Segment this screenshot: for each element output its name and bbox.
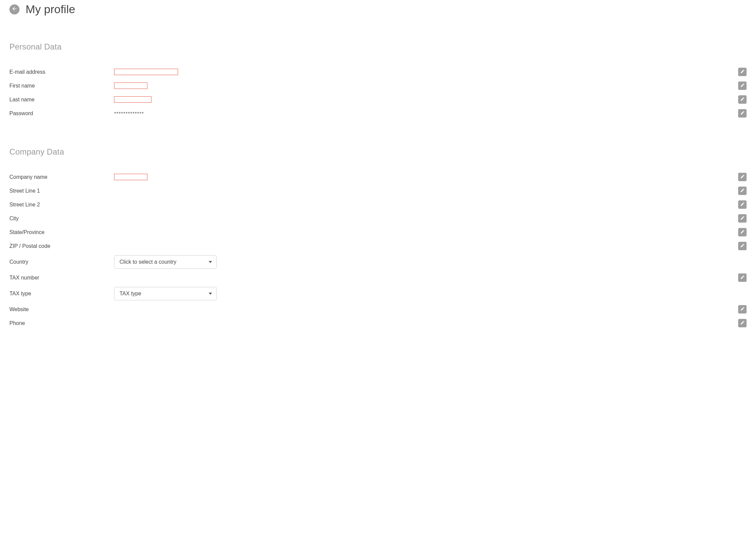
country-select-wrap: Click to select a country: [114, 255, 217, 269]
state-row: State/Province: [9, 225, 747, 239]
tax-number-row: TAX number: [9, 271, 747, 285]
edit-password-button[interactable]: [738, 109, 747, 118]
pencil-icon: [740, 229, 745, 235]
back-button[interactable]: [9, 4, 20, 14]
email-redacted: [114, 69, 178, 75]
page-header: My profile: [9, 3, 747, 16]
email-value: [114, 69, 738, 75]
edit-website-button[interactable]: [738, 305, 747, 314]
pencil-icon: [740, 306, 745, 312]
password-row: Password *************: [9, 107, 747, 120]
edit-tax-number-button[interactable]: [738, 273, 747, 282]
company-data-section: Company Data Company name Street Line 1 …: [9, 147, 747, 330]
edit-street2-button[interactable]: [738, 200, 747, 209]
country-select[interactable]: Click to select a country: [114, 255, 217, 269]
street1-row: Street Line 1: [9, 184, 747, 198]
edit-email-button[interactable]: [738, 68, 747, 76]
pencil-icon: [740, 215, 745, 221]
edit-last-name-button[interactable]: [738, 95, 747, 104]
tax-number-label: TAX number: [9, 275, 114, 281]
pencil-icon: [740, 275, 745, 281]
last-name-redacted: [114, 96, 151, 103]
edit-company-name-button[interactable]: [738, 173, 747, 181]
city-row: City: [9, 211, 747, 225]
country-value: Click to select a country: [114, 255, 747, 269]
pencil-icon: [740, 111, 745, 116]
country-label: Country: [9, 259, 114, 265]
last-name-label: Last name: [9, 97, 114, 103]
email-label: E-mail address: [9, 69, 114, 75]
pencil-icon: [740, 69, 745, 75]
website-row: Website: [9, 302, 747, 316]
pencil-icon: [740, 188, 745, 194]
edit-state-button[interactable]: [738, 228, 747, 236]
password-value: *************: [114, 111, 738, 116]
pencil-icon: [740, 320, 745, 326]
page-title: My profile: [26, 3, 75, 16]
pencil-icon: [740, 97, 745, 102]
edit-street1-button[interactable]: [738, 186, 747, 195]
company-name-value: [114, 174, 738, 180]
first-name-redacted: [114, 83, 147, 89]
first-name-label: First name: [9, 83, 114, 89]
website-label: Website: [9, 306, 114, 313]
tax-type-value: TAX type: [114, 287, 747, 300]
country-row: Country Click to select a country: [9, 255, 747, 269]
arrow-left-icon: [11, 6, 18, 13]
city-label: City: [9, 215, 114, 222]
company-name-label: Company name: [9, 174, 114, 180]
street2-row: Street Line 2: [9, 198, 747, 211]
tax-type-label: TAX type: [9, 291, 114, 297]
pencil-icon: [740, 202, 745, 207]
edit-zip-button[interactable]: [738, 242, 747, 250]
company-name-row: Company name: [9, 170, 747, 184]
last-name-value: [114, 96, 738, 103]
pencil-icon: [740, 243, 745, 249]
personal-data-heading: Personal Data: [9, 42, 747, 52]
zip-label: ZIP / Postal code: [9, 243, 114, 249]
edit-phone-button[interactable]: [738, 319, 747, 327]
password-label: Password: [9, 111, 114, 117]
phone-row: Phone: [9, 316, 747, 330]
pencil-icon: [740, 83, 745, 89]
company-name-redacted: [114, 174, 147, 180]
tax-type-select[interactable]: TAX type: [114, 287, 217, 300]
tax-type-select-wrap: TAX type: [114, 287, 217, 300]
street2-label: Street Line 2: [9, 202, 114, 208]
tax-type-row: TAX type TAX type: [9, 287, 747, 300]
street1-label: Street Line 1: [9, 188, 114, 194]
last-name-row: Last name: [9, 93, 747, 107]
password-masked-value: *************: [114, 111, 144, 116]
phone-label: Phone: [9, 320, 114, 326]
edit-first-name-button[interactable]: [738, 82, 747, 90]
state-label: State/Province: [9, 229, 114, 235]
first-name-row: First name: [9, 79, 747, 93]
first-name-value: [114, 83, 738, 89]
edit-city-button[interactable]: [738, 214, 747, 223]
company-data-heading: Company Data: [9, 147, 747, 156]
personal-data-section: Personal Data E-mail address First name …: [9, 42, 747, 120]
email-row: E-mail address: [9, 65, 747, 79]
pencil-icon: [740, 174, 745, 180]
zip-row: ZIP / Postal code: [9, 239, 747, 253]
